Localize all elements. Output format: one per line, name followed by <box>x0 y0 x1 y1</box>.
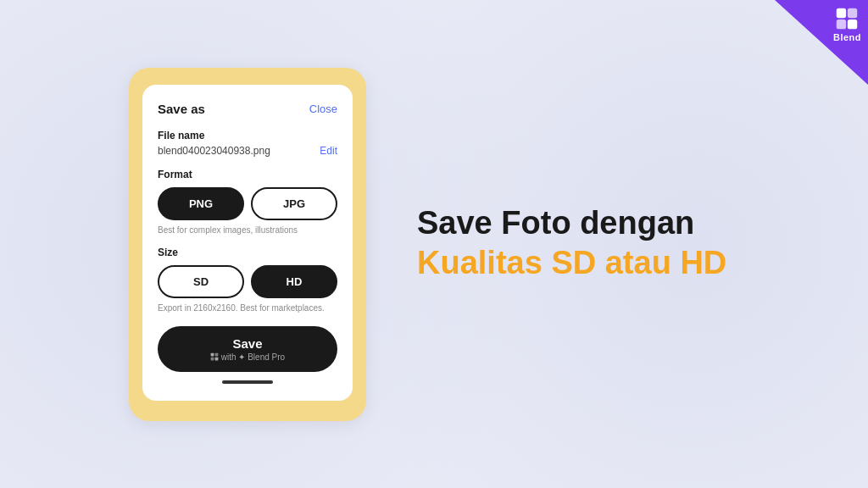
size-buttons: SD HD <box>158 265 337 298</box>
bottom-indicator <box>222 380 273 384</box>
svg-rect-2 <box>837 19 846 29</box>
svg-rect-4 <box>210 353 214 357</box>
promo-headline-black: Save Foto dengan <box>417 204 739 243</box>
filename-value: blend040023040938.png <box>158 145 270 157</box>
size-label: Size <box>158 247 337 258</box>
phone-mockup: Save as Close File name blend04002304093… <box>129 68 366 421</box>
svg-rect-0 <box>837 8 846 18</box>
format-png-button[interactable]: PNG <box>158 187 244 220</box>
blend-mini-icon <box>210 352 219 361</box>
blend-icon <box>835 7 859 30</box>
save-label: Save <box>232 336 262 351</box>
save-btn-area: Save with ✦ Blend Pro <box>158 326 337 384</box>
format-section: Format PNG JPG Best for complex images, … <box>158 169 337 235</box>
format-label: Format <box>158 169 337 180</box>
brand-name: Blend <box>833 32 861 42</box>
svg-rect-7 <box>214 358 218 361</box>
svg-rect-1 <box>848 8 857 18</box>
size-hd-button[interactable]: HD <box>251 265 337 298</box>
save-sub: with ✦ Blend Pro <box>210 352 285 362</box>
format-buttons: PNG JPG <box>158 187 337 220</box>
svg-rect-5 <box>214 353 218 357</box>
filename-label: File name <box>158 130 337 141</box>
edit-button[interactable]: Edit <box>320 145 337 157</box>
svg-rect-3 <box>848 19 857 29</box>
promo-headline-orange: Kualitas SD atau HD <box>417 242 739 284</box>
format-jpg-button[interactable]: JPG <box>251 187 337 220</box>
format-hint: Best for complex images, illustrations <box>158 225 337 235</box>
size-section: Size SD HD Export in 2160x2160. Best for… <box>158 247 337 313</box>
main-layout: Save as Close File name blend04002304093… <box>0 0 868 488</box>
filename-row: blend040023040938.png Edit <box>158 145 337 157</box>
size-sd-button[interactable]: SD <box>158 265 244 298</box>
save-dialog: Save as Close File name blend04002304093… <box>142 85 353 401</box>
svg-rect-6 <box>210 358 214 361</box>
size-hint: Export in 2160x2160. Best for marketplac… <box>158 303 337 313</box>
dialog-header: Save as Close <box>158 102 337 116</box>
save-button[interactable]: Save with ✦ Blend Pro <box>158 326 337 372</box>
promo-text-area: Save Foto dengan Kualitas SD atau HD <box>417 204 739 285</box>
dialog-title: Save as <box>158 102 205 116</box>
close-button[interactable]: Close <box>309 103 337 115</box>
